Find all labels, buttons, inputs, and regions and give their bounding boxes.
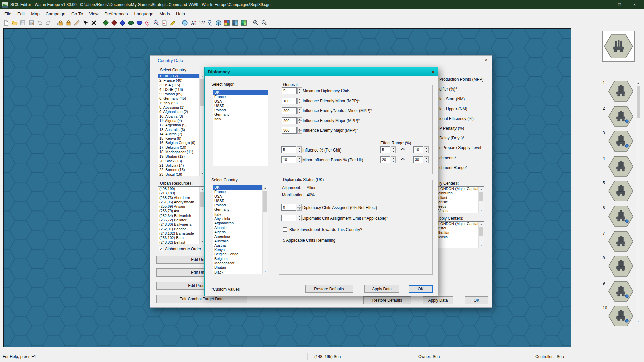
list-item-22-borneo-15[interactable]: 22: Borneo (15) xyxy=(158,168,199,172)
list-item-usa[interactable]: USA xyxy=(213,194,262,199)
list-item-elfast[interactable]: elfast xyxy=(437,196,478,200)
menu-item-file[interactable]: File xyxy=(1,9,14,18)
zoom-in-icon[interactable] xyxy=(252,19,260,27)
list-item-kenya[interactable]: Kenya xyxy=(213,248,262,252)
zoom-out-icon[interactable] xyxy=(260,19,268,27)
list-item-algeria[interactable]: Algeria xyxy=(213,230,262,234)
scroll-up-icon[interactable]: ▲ xyxy=(479,222,484,227)
list-item-248-80-ballymena[interactable]: (248,80) Ballymena xyxy=(158,222,199,227)
block-investment-checkbox[interactable] xyxy=(283,227,287,232)
list-item-albania[interactable]: Albania xyxy=(213,226,262,230)
unit-slot-hex[interactable] xyxy=(608,206,634,228)
spin-down-icon[interactable]: ▼ xyxy=(391,160,396,163)
list-item-252-64-balivanich[interactable]: (252,64) Balivanich xyxy=(158,214,199,218)
list-item-9-afghanistan-2[interactable]: 9: Afghanistan (2) xyxy=(158,110,199,114)
scroll-down-icon[interactable]: ▼ xyxy=(263,269,268,274)
spin-down-icon[interactable]: ▼ xyxy=(424,160,429,163)
list-item-icosia[interactable]: icosia xyxy=(437,235,478,239)
close-icon[interactable]: × xyxy=(432,69,435,75)
scroll-down-icon[interactable]: ▼ xyxy=(200,171,205,176)
spin-down-icon[interactable]: ▼ xyxy=(297,160,302,163)
spin-down-icon[interactable]: ▼ xyxy=(297,130,302,134)
list-item-3-usa-115[interactable]: 3: USA (115) xyxy=(158,83,199,87)
spinner-value[interactable]: 5 xyxy=(282,87,297,94)
list-item-7-italy-59[interactable]: 7: Italy (59) xyxy=(158,101,199,105)
restore-defaults-button[interactable]: Restore Defaults xyxy=(305,285,353,293)
scroll-down-icon[interactable]: ▼ xyxy=(200,239,205,244)
spinner-value[interactable]: 200 xyxy=(282,107,297,114)
scroll-thumb[interactable] xyxy=(263,191,267,212)
scroll-down-icon[interactable]: ▼ xyxy=(479,208,484,213)
dotted-diamond-icon[interactable] xyxy=(144,19,152,27)
list-item-abyssinia[interactable]: Abyssinia xyxy=(213,217,262,221)
list-item-belgium[interactable]: Belgium xyxy=(213,257,262,261)
list-item-italy[interactable]: Italy xyxy=(213,212,262,217)
unit-slot-hex[interactable] xyxy=(608,281,634,303)
blue-ellipse-icon[interactable] xyxy=(135,19,143,27)
minimize-icon[interactable]: — xyxy=(597,0,612,9)
scroll-thumb[interactable] xyxy=(479,227,483,236)
list-item-germany[interactable]: Germany xyxy=(213,207,262,212)
maximize-icon[interactable]: □ xyxy=(612,0,627,9)
list-item-afghanistan[interactable]: Afghanistan xyxy=(213,221,262,225)
list-item-ibraltar[interactable]: ibraltar xyxy=(437,231,478,235)
spin-down-icon[interactable]: ▼ xyxy=(297,150,302,154)
list-item-ussr[interactable]: USSR xyxy=(213,199,262,203)
list-item-251-95-aberystwyth[interactable]: (251,95) Aberystwyth xyxy=(158,200,199,204)
menu-item-help[interactable]: Help xyxy=(173,9,188,18)
list-item-arlisle[interactable]: arlisle xyxy=(437,200,478,204)
list-item-11-algeria-4[interactable]: 11: Algeria (4) xyxy=(158,119,199,123)
menu-item-preferences[interactable]: Preferences xyxy=(101,9,131,18)
close-icon[interactable]: × xyxy=(485,57,488,63)
list-item-ussr[interactable]: USSR xyxy=(213,104,268,108)
list-item-austria[interactable]: Austria xyxy=(213,243,262,248)
new-document-icon[interactable] xyxy=(2,19,10,27)
font-icon[interactable]: A xyxy=(189,19,197,27)
menu-item-language[interactable]: Language xyxy=(131,9,156,18)
spinner-value[interactable]: 10 xyxy=(281,156,296,163)
listbox-scrollbar[interactable]: ▲ ▼ xyxy=(262,185,268,274)
diplomacy-country-listbox[interactable]: ▲ ▼ UKFranceUSAUSSRPolandGermanyItalyAby… xyxy=(213,185,268,274)
list-item-10-albania-3[interactable]: 10: Albania (3) xyxy=(158,114,199,119)
save-icon[interactable] xyxy=(19,19,27,27)
spinner-value[interactable]: 200 xyxy=(282,117,297,124)
spinner-value[interactable]: 5 xyxy=(380,146,390,153)
unit-slot-hex[interactable] xyxy=(608,306,634,328)
inspect-icon[interactable] xyxy=(152,19,160,27)
spin-down-icon[interactable]: ▼ xyxy=(297,218,302,222)
open-folder-icon[interactable] xyxy=(10,19,18,27)
unit-slot-hex[interactable] xyxy=(608,231,634,253)
list-item-12-argentina-5[interactable]: 12: Argentina (5) xyxy=(158,123,199,127)
list-item-valetta[interactable]: Valetta xyxy=(437,209,478,213)
menu-item-edit[interactable]: Edit xyxy=(14,9,28,18)
ok-button[interactable]: OK xyxy=(465,296,488,304)
spin-down-icon[interactable]: ▼ xyxy=(297,91,302,95)
list-item-dinburgh[interactable]: dinburgh xyxy=(437,191,478,195)
list-item-265-72-ballater[interactable]: (265,72) Ballater xyxy=(158,218,199,222)
restore-defaults-button[interactable]: Restore Defaults xyxy=(363,296,411,304)
spinner-value[interactable]: 100 xyxy=(282,98,297,104)
spinner-value[interactable]: 30 xyxy=(413,156,423,163)
listbox-scrollbar[interactable]: ▲ ▼ xyxy=(478,187,484,213)
iso-cube-icon[interactable] xyxy=(214,19,222,27)
unit-list-scrollbar[interactable]: ▲ ▼ xyxy=(636,80,640,324)
apply-data-button[interactable]: Apply Data xyxy=(364,285,399,293)
scroll-up-icon[interactable]: ▲ xyxy=(263,185,268,190)
list-item-london-major-capital[interactable]: LONDON (Major Capital) xyxy=(437,222,478,226)
ok-button[interactable]: OK xyxy=(409,285,433,293)
mosaic-red-icon[interactable] xyxy=(223,19,231,27)
list-item-408-199[interactable]: (408,199) xyxy=(158,187,199,191)
spin-down-icon[interactable]: ▼ xyxy=(297,111,302,114)
country-listbox[interactable]: ▲ ▼ 1: UK (112)2: France (40)3: USA (115… xyxy=(158,74,205,176)
spinner-value[interactable]: 300 xyxy=(282,127,297,134)
select-arrow-icon[interactable] xyxy=(81,19,89,27)
list-item-4-ussr-116[interactable]: 4: USSR (116) xyxy=(158,87,199,92)
save-as-icon[interactable] xyxy=(27,19,35,27)
list-item-8-abyssinia-1[interactable]: 8: Abyssinia (1) xyxy=(158,105,199,110)
pencil-icon[interactable] xyxy=(73,19,81,27)
green-ellipse-icon[interactable] xyxy=(127,19,135,27)
spin-down-icon[interactable]: ▼ xyxy=(424,150,429,154)
green-diamond-icon[interactable] xyxy=(102,19,110,27)
scroll-thumb[interactable] xyxy=(479,192,483,201)
scroll-up-icon[interactable]: ▲ xyxy=(636,80,640,85)
